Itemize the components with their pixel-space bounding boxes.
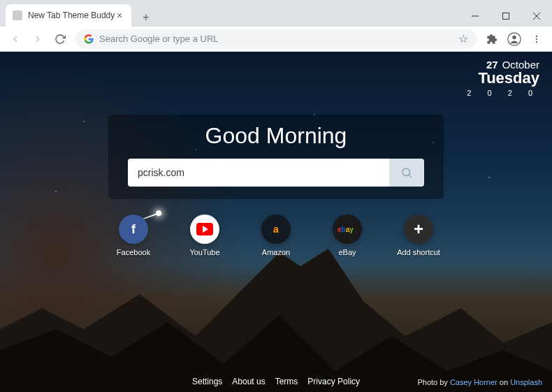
window-controls bbox=[460, 6, 552, 27]
ebay-icon: ebay bbox=[333, 215, 362, 244]
reload-button[interactable] bbox=[50, 29, 70, 49]
shortcut-label: YouTube bbox=[189, 248, 219, 256]
plus-icon: + bbox=[404, 215, 433, 244]
tab-title: New Tab Theme Buddy bbox=[28, 10, 115, 20]
svg-point-9 bbox=[402, 168, 410, 176]
minimize-button[interactable] bbox=[460, 6, 491, 27]
svg-point-8 bbox=[536, 41, 537, 42]
new-tab-button[interactable]: + bbox=[137, 8, 155, 27]
shortcuts-row: f Facebook YouTube a Amazon ebay eBay + … bbox=[108, 215, 444, 256]
footer-link-privacy[interactable]: Privacy Policy bbox=[307, 377, 360, 386]
credit-on: on bbox=[500, 378, 508, 386]
search-input[interactable] bbox=[128, 159, 389, 187]
photo-credit: Photo by Casey Horner on Unsplash bbox=[417, 378, 542, 386]
footer-link-about[interactable]: About us bbox=[232, 377, 265, 386]
facebook-icon: f bbox=[119, 215, 148, 244]
close-window-button[interactable] bbox=[521, 6, 552, 27]
greeting-wrap: Good Morning bbox=[108, 115, 444, 153]
youtube-icon bbox=[190, 215, 219, 244]
profile-icon[interactable] bbox=[504, 29, 524, 49]
footer-link-settings[interactable]: Settings bbox=[192, 377, 222, 386]
menu-icon[interactable] bbox=[527, 29, 546, 49]
footer-link-terms[interactable]: Terms bbox=[275, 377, 298, 386]
shortcut-amazon[interactable]: a Amazon bbox=[255, 215, 297, 256]
extensions-icon[interactable] bbox=[482, 29, 502, 49]
credit-prefix: Photo by bbox=[417, 378, 447, 386]
amazon-icon: a bbox=[261, 215, 291, 244]
search-wrap bbox=[108, 153, 444, 199]
shortcut-label: Add shortcut bbox=[397, 248, 440, 256]
tab-favicon bbox=[13, 10, 22, 20]
browser-toolbar: Search Google or type a URL ☆ bbox=[0, 27, 552, 52]
search-icon bbox=[400, 166, 413, 179]
bookmark-star-icon[interactable]: ☆ bbox=[458, 32, 468, 45]
svg-rect-1 bbox=[503, 13, 509, 20]
svg-text:ebay: ebay bbox=[337, 226, 354, 233]
omnibox-placeholder: Search Google or type a URL bbox=[99, 34, 458, 44]
date-year: 2 0 2 0 bbox=[463, 89, 539, 97]
footer-links: Settings About us Terms Privacy Policy bbox=[192, 377, 360, 386]
shortcut-ebay[interactable]: ebay eBay bbox=[326, 215, 368, 256]
back-button[interactable] bbox=[6, 29, 25, 49]
svg-point-7 bbox=[536, 38, 537, 39]
credit-author-link[interactable]: Casey Horner bbox=[450, 378, 497, 386]
address-bar[interactable]: Search Google or type a URL ☆ bbox=[75, 29, 477, 49]
google-icon bbox=[84, 34, 94, 44]
shortcut-youtube[interactable]: YouTube bbox=[184, 215, 226, 256]
shortcut-label: eBay bbox=[338, 248, 356, 256]
maximize-button[interactable] bbox=[491, 6, 521, 27]
search-button[interactable] bbox=[389, 159, 424, 187]
center-panel: Good Morning f Facebook YouTube a Amazon bbox=[108, 115, 444, 256]
greeting-text: Good Morning bbox=[108, 123, 444, 149]
shortcut-label: Facebook bbox=[117, 248, 150, 256]
forward-button[interactable] bbox=[28, 29, 48, 49]
shortcut-facebook[interactable]: f Facebook bbox=[112, 215, 154, 256]
svg-line-10 bbox=[409, 175, 411, 177]
close-tab-icon[interactable]: × bbox=[115, 10, 124, 20]
shortcut-add[interactable]: + Add shortcut bbox=[398, 215, 440, 256]
center-searchbox bbox=[128, 159, 424, 187]
credit-source-link[interactable]: Unsplash bbox=[510, 378, 542, 386]
svg-point-6 bbox=[536, 35, 537, 36]
shortcut-label: Amazon bbox=[262, 248, 290, 256]
browser-tab[interactable]: New Tab Theme Buddy × bbox=[6, 4, 131, 27]
browser-titlebar: New Tab Theme Buddy × + bbox=[0, 0, 552, 27]
date-weekday: Tuesday bbox=[463, 69, 539, 87]
svg-point-5 bbox=[512, 35, 516, 38]
date-widget: 27October Tuesday 2 0 2 0 bbox=[463, 59, 539, 97]
new-tab-page: 27October Tuesday 2 0 2 0 Good Morning f… bbox=[0, 52, 552, 392]
